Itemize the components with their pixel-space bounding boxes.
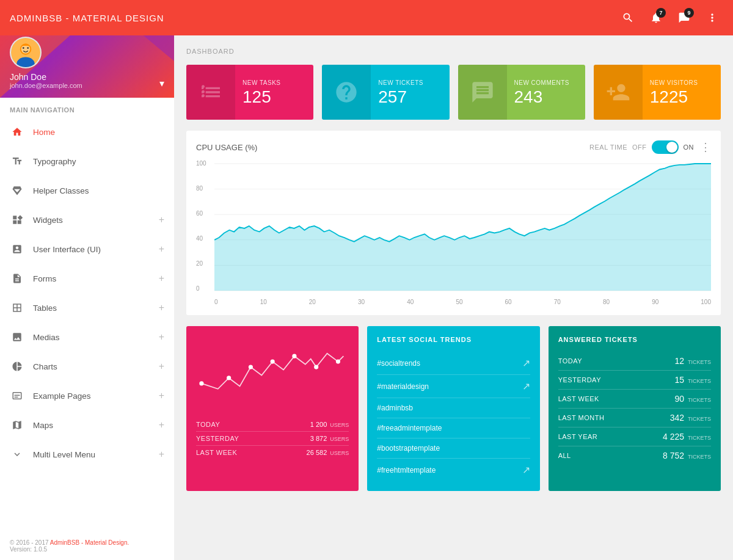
visitors-yesterday-value: 3 872 USERS <box>310 435 349 442</box>
social-title: LATEST SOCIAL TRENDS <box>377 336 530 343</box>
x-label-0: 0 <box>214 299 218 305</box>
x-label-60: 60 <box>505 299 512 305</box>
widgets-expand-icon[interactable]: + <box>159 214 164 225</box>
sidebar-item-typography-label: Typography <box>33 157 164 166</box>
sidebar-item-home-label: Home <box>33 128 164 137</box>
visitors-label: NEW VISITORS <box>650 79 713 86</box>
sidebar-item-home[interactable]: Home <box>0 117 174 147</box>
cpu-chart-title: CPU USAGE (%) <box>196 143 589 152</box>
sidebar-item-maps-label: Maps <box>33 421 159 430</box>
visitors-lastweek-label: LAST WEEK <box>196 449 237 456</box>
trend-icon-2: ↗ <box>522 380 530 392</box>
tasks-value: 125 <box>243 89 306 106</box>
profile-chevron-icon[interactable]: ▾ <box>159 78 164 89</box>
x-label-50: 50 <box>456 299 462 305</box>
charts-icon <box>10 359 24 374</box>
sidebar-item-helper-label: Helper Classes <box>33 186 164 195</box>
sidebar-item-ui[interactable]: User Interface (UI) + <box>0 235 174 264</box>
sidebar-item-widgets[interactable]: Widgets + <box>0 205 174 235</box>
widgets-icon <box>10 213 24 227</box>
on-label: ON <box>684 144 695 151</box>
profile-info: John Doe john.doe@example.com ▾ <box>10 72 164 89</box>
x-label-40: 40 <box>407 299 414 305</box>
footer-link[interactable]: AdminBSB - Material Design. <box>50 539 129 546</box>
off-label: OFF <box>632 144 647 151</box>
ticket-all-label: ALL <box>558 452 571 459</box>
top-navigation: ADMINBSB - MATERIAL DESIGN 7 9 <box>0 0 733 35</box>
sidebar-item-charts[interactable]: Charts + <box>0 352 174 381</box>
sidebar-item-forms[interactable]: Forms + <box>0 264 174 293</box>
cpu-chart-svg <box>214 160 711 294</box>
sidebar-item-charts-label: Charts <box>33 362 159 371</box>
tables-expand-icon[interactable]: + <box>159 302 164 313</box>
visitors-icon-area <box>594 65 643 120</box>
avatar <box>10 37 42 68</box>
sidebar-item-pages-label: Example Pages <box>33 391 159 401</box>
ui-expand-icon[interactable]: + <box>159 244 164 255</box>
forms-icon <box>10 271 24 286</box>
x-label-80: 80 <box>603 299 610 305</box>
svg-point-5 <box>27 47 29 49</box>
svg-point-16 <box>292 354 296 358</box>
stat-card-comments[interactable]: NEW COMMENTS 243 <box>458 65 585 120</box>
maps-expand-icon[interactable]: + <box>159 420 164 431</box>
forms-expand-icon[interactable]: + <box>159 273 164 284</box>
trend-icon-6: ↗ <box>522 464 530 476</box>
tickets-label: NEW TICKETS <box>378 79 442 86</box>
medias-expand-icon[interactable]: + <box>159 332 164 343</box>
tasks-label: NEW TASKS <box>243 79 306 86</box>
diamond-icon <box>10 183 24 198</box>
ticket-yesterday-count: 15 TICKETS <box>675 375 711 385</box>
visitors-mini-chart-svg <box>196 336 349 409</box>
chart-more-icon[interactable]: ⋮ <box>700 140 711 154</box>
sidebar-item-helper-classes[interactable]: Helper Classes <box>0 176 174 205</box>
stat-card-tasks[interactable]: NEW TASKS 125 <box>186 65 313 120</box>
app-title: ADMINBSB - MATERIAL DESIGN <box>10 13 617 23</box>
x-label-70: 70 <box>554 299 561 305</box>
pages-expand-icon[interactable]: + <box>159 390 164 401</box>
chart-header: CPU USAGE (%) REAL TIME OFF ON ⋮ <box>196 140 711 154</box>
visitors-card: TODAY 1 200 USERS YESTERDAY 3 872 USERS … <box>186 326 359 491</box>
footer-version: Version: 1.0.5 <box>10 546 47 553</box>
y-label-80: 80 <box>196 185 211 192</box>
sidebar-item-example-pages[interactable]: Example Pages + <box>0 381 174 410</box>
sidebar-item-medias[interactable]: Medias + <box>0 322 174 352</box>
sidebar-item-maps[interactable]: Maps + <box>0 410 174 440</box>
social-tag-6: #freehtmltemplate <box>377 466 522 475</box>
svg-point-17 <box>314 365 318 369</box>
charts-expand-icon[interactable]: + <box>159 361 164 372</box>
stat-card-tickets[interactable]: NEW TICKETS 257 <box>322 65 449 120</box>
visitors-yesterday-label: YESTERDAY <box>196 435 239 442</box>
social-item-2: #materialdesign ↗ <box>377 375 530 398</box>
typography-icon <box>10 154 24 169</box>
ticket-lastweek: LAST WEEK 90 TICKETS <box>558 390 711 409</box>
stat-card-visitors[interactable]: NEW VISITORS 1225 <box>594 65 721 120</box>
realtime-switch[interactable] <box>652 140 679 154</box>
main-content: DASHBOARD NEW TASKS 125 NEW TICKETS 257 <box>174 35 733 560</box>
multilevel-expand-icon[interactable]: + <box>159 449 164 460</box>
footer-copyright: © 2016 - 2017 <box>10 539 50 546</box>
visitors-yesterday-row: YESTERDAY 3 872 USERS <box>196 431 349 445</box>
sidebar-item-typography[interactable]: Typography <box>0 147 174 176</box>
sidebar-item-tables[interactable]: Tables + <box>0 293 174 322</box>
search-button[interactable] <box>617 7 639 29</box>
messages-button[interactable]: 9 <box>673 7 695 29</box>
ticket-lastyear-label: LAST YEAR <box>558 433 598 440</box>
social-item-4: #freeadmintemplate <box>377 418 530 438</box>
ticket-today: TODAY 12 TICKETS <box>558 352 711 371</box>
svg-point-15 <box>271 360 275 364</box>
notifications-button[interactable]: 7 <box>645 7 667 29</box>
ticket-lastyear-count: 4 225 TICKETS <box>663 432 711 442</box>
maps-icon <box>10 418 24 432</box>
more-options-button[interactable] <box>701 7 723 29</box>
social-item-1: #socialtrends ↗ <box>377 352 530 375</box>
sidebar-item-multilevel[interactable]: Multi Level Menu + <box>0 440 174 469</box>
trend-icon-1: ↗ <box>522 357 530 369</box>
cpu-chart-card: CPU USAGE (%) REAL TIME OFF ON ⋮ 0 20 40… <box>186 131 721 315</box>
svg-point-14 <box>249 365 253 369</box>
mini-chart <box>196 336 349 409</box>
x-label-10: 10 <box>260 299 267 305</box>
tables-icon <box>10 300 24 315</box>
visitors-value: 1225 <box>650 89 713 106</box>
ticket-all-count: 8 752 TICKETS <box>663 451 711 460</box>
